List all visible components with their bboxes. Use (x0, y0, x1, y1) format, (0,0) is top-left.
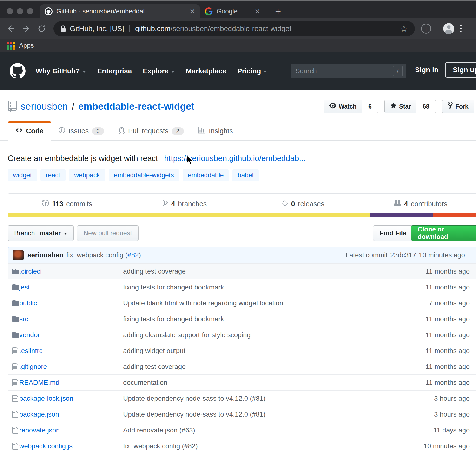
address-bar[interactable]: GitHub, Inc. [US] github.com /seriousben… (53, 21, 415, 36)
social-count[interactable]: 14 (474, 100, 476, 113)
sign-up-button[interactable]: Sign up (445, 62, 476, 78)
file-name-link[interactable]: .eslintrc (19, 347, 42, 354)
repo-stat-item[interactable]: 4 branches (126, 199, 244, 209)
tab-close-icon[interactable]: ✕ (190, 7, 195, 15)
repo-stat-item[interactable]: 0 releases (244, 199, 362, 209)
commit-pr-link[interactable]: #82 (127, 251, 139, 259)
minimize-window-button[interactable] (17, 8, 23, 14)
file-commit-message-link[interactable]: Update dependency node-sass to v4.12.0 (… (123, 411, 266, 418)
new-tab-button[interactable]: + (275, 6, 281, 18)
topic-tag[interactable]: webpack (69, 169, 105, 181)
back-icon[interactable] (6, 24, 15, 33)
apps-grid-icon[interactable] (7, 42, 15, 50)
repo-website-link[interactable]: https://seriousben.github.io/embeddab... (164, 154, 306, 163)
zoom-window-button[interactable] (27, 8, 33, 14)
file-name-link[interactable]: README.md (19, 379, 59, 386)
commit-sha[interactable]: 23dc317 (390, 251, 416, 259)
file-row[interactable]: webpack.config.js fix: webpack config (#… (8, 438, 476, 450)
file-row[interactable]: renovate.json Add renovate.json (#63) 11… (8, 422, 476, 438)
social-count[interactable]: 68 (416, 100, 436, 113)
bookmark-star-icon[interactable]: ☆ (400, 24, 408, 33)
commit-author[interactable]: seriousben (27, 251, 63, 259)
file-row[interactable]: public Update blank.html with note regar… (8, 295, 476, 311)
file-row[interactable]: package.json Update dependency node-sass… (8, 406, 476, 422)
new-pull-request-button[interactable]: New pull request (77, 225, 139, 241)
sign-in-link[interactable]: Sign in (415, 66, 438, 74)
reload-icon[interactable] (37, 24, 46, 33)
topic-tag[interactable]: babel (232, 169, 259, 181)
social-action-button[interactable]: Watch (324, 100, 362, 113)
file-name-link[interactable]: public (19, 299, 37, 307)
file-commit-message-link[interactable]: Add renovate.json (#63) (123, 426, 195, 434)
repo-stat-item[interactable]: 4 contributors (362, 199, 476, 209)
file-row[interactable]: .eslintrc adding widget output 11 months… (8, 343, 476, 359)
file-row[interactable]: vendor adding cleanslate support for sty… (8, 327, 476, 343)
repo-tab[interactable]: Issues 0 (51, 121, 111, 141)
file-name-link[interactable]: webpack.config.js (19, 442, 73, 450)
repo-name-link[interactable]: embeddable-react-widget (78, 101, 194, 112)
repo-tab[interactable]: Code (8, 121, 51, 141)
file-row[interactable]: src fixing tests for changed bookmark 11… (8, 311, 476, 327)
tab-close-icon[interactable]: ✕ (255, 7, 260, 15)
github-nav-item[interactable]: Marketplace (186, 67, 226, 75)
topic-tag[interactable]: widget (8, 169, 37, 181)
extension-icon[interactable]: ❘ (421, 24, 431, 34)
header-search-box[interactable]: / (291, 64, 406, 78)
github-nav-item[interactable]: Why GitHub? (36, 67, 86, 75)
clone-or-download-button[interactable]: Clone or download (411, 225, 476, 241)
branch-selector-button[interactable]: Branch: master (8, 225, 74, 241)
file-commit-message-link[interactable]: Update blank.html with note regarding wi… (123, 299, 283, 307)
commit-message[interactable]: fix: webpack config ( (66, 251, 127, 259)
social-action-button[interactable]: Star (384, 100, 416, 113)
browser-menu-icon[interactable] (460, 25, 462, 32)
topic-tag[interactable]: embeddable (183, 169, 229, 181)
topic-tag[interactable]: react (40, 169, 66, 181)
close-window-button[interactable] (7, 8, 13, 14)
search-input[interactable] (295, 67, 393, 75)
file-commit-message-link[interactable]: adding cleanslate support for style scop… (123, 331, 251, 339)
file-commit-message-link[interactable]: fix: webpack config (#82) (123, 442, 198, 450)
file-name-link[interactable]: .gitignore (19, 363, 47, 370)
browser-profile-avatar[interactable] (443, 23, 454, 34)
repo-owner-link[interactable]: seriousben (21, 101, 68, 112)
file-row[interactable]: .gitignore adding test coverage 11 month… (8, 359, 476, 374)
file-commit-message-link[interactable]: adding test coverage (123, 363, 186, 370)
commit-author-avatar[interactable] (13, 250, 24, 260)
social-count[interactable]: 6 (362, 100, 378, 113)
repo-tab[interactable]: Pull requests 2 (111, 121, 191, 141)
github-nav-item[interactable]: Enterprise (97, 67, 132, 75)
browser-tab[interactable]: Google ✕ (200, 4, 265, 18)
forward-icon[interactable] (22, 24, 31, 33)
file-name-link[interactable]: package-lock.json (19, 395, 73, 402)
file-row[interactable]: jest fixing tests for changed bookmark 1… (8, 279, 476, 295)
security-label[interactable]: GitHub, Inc. [US] (70, 25, 124, 33)
file-name-link[interactable]: src (19, 315, 28, 323)
github-nav-item[interactable]: Explore (143, 67, 175, 75)
file-name-link[interactable]: vendor (19, 331, 40, 339)
file-name-link[interactable]: renovate.json (19, 426, 60, 434)
topic-tag[interactable]: embeddable-widgets (109, 169, 179, 181)
github-logo-icon[interactable] (10, 63, 26, 79)
repo-stat-item[interactable]: 113 commits (8, 199, 126, 209)
window-controls[interactable] (7, 8, 33, 14)
repo-tab[interactable]: Insights (191, 121, 240, 141)
file-commit-message-link[interactable]: adding test coverage (123, 268, 186, 275)
find-file-button[interactable]: Find File (373, 225, 413, 241)
file-row[interactable]: .circleci adding test coverage 11 months… (8, 263, 476, 279)
file-commit-message-link[interactable]: Update dependency node-sass to v4.12.0 (… (123, 395, 266, 402)
file-commit-message-link[interactable]: adding widget output (123, 347, 185, 354)
file-name-link[interactable]: jest (19, 283, 30, 291)
file-name-link[interactable]: package.json (19, 411, 59, 418)
language-bar[interactable] (8, 213, 476, 217)
github-nav-item[interactable]: Pricing (237, 67, 267, 75)
browser-tab[interactable]: GitHub - seriousben/embeddal ✕ (40, 4, 200, 18)
apps-bookmark-label[interactable]: Apps (19, 42, 34, 49)
file-commit-message-link[interactable]: fixing tests for changed bookmark (123, 283, 224, 291)
file-row[interactable]: package-lock.json Update dependency node… (8, 390, 476, 406)
lock-icon[interactable] (60, 25, 66, 32)
file-row[interactable]: README.md documentation 11 months ago (8, 374, 476, 390)
file-name-link[interactable]: .circleci (19, 268, 42, 275)
social-action-button[interactable]: Fork (442, 100, 474, 113)
file-commit-message-link[interactable]: fixing tests for changed bookmark (123, 315, 224, 323)
file-commit-message-link[interactable]: documentation (123, 379, 167, 386)
